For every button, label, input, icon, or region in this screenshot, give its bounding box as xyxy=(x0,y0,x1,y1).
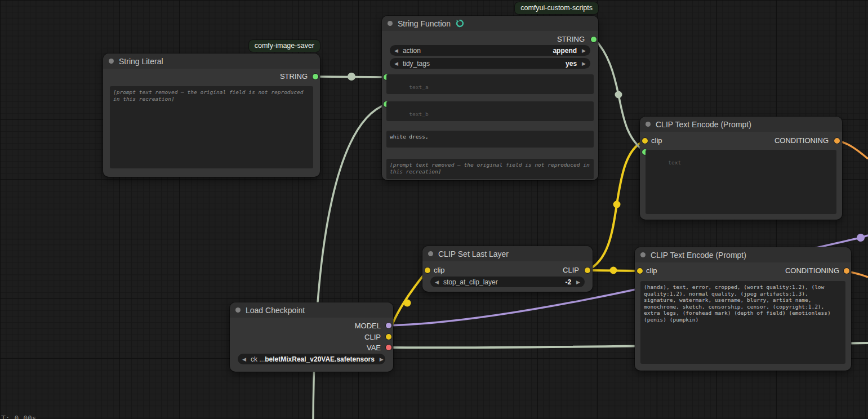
widget-name: action xyxy=(403,47,421,55)
widget-stop-at-clip-layer[interactable]: ◀ stop_at_clip_layer -2 ▶ xyxy=(430,277,585,287)
text-field[interactable]: text xyxy=(646,150,836,214)
output-label-string: STRING xyxy=(557,35,585,43)
negative-prompt-field[interactable]: (hands), text, error, cropped, (worst qu… xyxy=(640,281,845,364)
node-title-bar[interactable]: CLIP Text Encode (Prompt) xyxy=(640,117,842,132)
widget-decrement-icon[interactable]: ◀ xyxy=(242,356,246,362)
node-title: CLIP Text Encode (Prompt) xyxy=(651,251,746,260)
input-label-clip: clip xyxy=(646,266,657,275)
input-slot-clip[interactable] xyxy=(642,138,648,144)
reroute-dot-clip-3[interactable] xyxy=(613,201,621,208)
node-title-bar[interactable]: Load Checkpoint xyxy=(230,302,393,318)
render-time-stats: T: 0.00s xyxy=(1,414,37,419)
node-clip-text-encode-positive[interactable]: CLIP Text Encode (Prompt) clip CONDITION… xyxy=(640,117,842,220)
text-b-placeholder: text_b xyxy=(409,111,428,117)
reroute-dot-string-2[interactable] xyxy=(615,91,622,99)
reroute-dot-clip-2[interactable] xyxy=(610,267,617,274)
node-title-bar[interactable]: String Function xyxy=(382,16,598,31)
output-label-model: MODEL xyxy=(355,322,381,330)
node-title: CLIP Text Encode (Prompt) xyxy=(656,120,751,129)
widget-increment-icon[interactable]: ▶ xyxy=(576,279,580,285)
output-label-conditioning: CONDITIONING xyxy=(785,266,839,275)
node-title: CLIP Set Last Layer xyxy=(438,249,509,258)
node-title: Load Checkpoint xyxy=(246,306,305,315)
widget-decrement-icon[interactable]: ◀ xyxy=(394,61,398,66)
output-label-string: STRING xyxy=(280,72,308,81)
wire-string-to-text-b xyxy=(313,104,386,419)
reroute-dot-clip-1[interactable] xyxy=(404,300,411,307)
widget-value: beletMixReal_v20VAE.safetensors xyxy=(265,355,375,363)
node-load-checkpoint[interactable]: Load Checkpoint MODEL CLIP VAE ◀ ck ... … xyxy=(230,302,393,372)
output-slot-string[interactable] xyxy=(591,37,597,42)
input-label-clip: clip xyxy=(651,136,662,145)
output-slot-string[interactable] xyxy=(313,74,318,79)
widget-name: ck ... xyxy=(251,355,265,363)
node-clip-text-encode-negative[interactable]: CLIP Text Encode (Prompt) clip CONDITION… xyxy=(635,247,851,371)
widget-ckpt-name[interactable]: ◀ ck ... beletMixReal_v20VAE.safetensors… xyxy=(238,354,385,364)
output-label-clip: CLIP xyxy=(563,266,579,274)
collapse-dot-icon[interactable] xyxy=(109,59,114,64)
node-clip-set-last-layer[interactable]: CLIP Set Last Layer clip CLIP ◀ stop_at_… xyxy=(422,246,593,292)
output-slot-clip[interactable] xyxy=(386,334,391,340)
widget-name: stop_at_clip_layer xyxy=(443,278,498,286)
collapse-dot-icon[interactable] xyxy=(388,21,393,26)
node-string-function[interactable]: String Function STRING ◀ action append ▶… xyxy=(382,16,598,180)
text-c-field[interactable]: white dress, xyxy=(386,131,594,148)
text-a-field[interactable]: text_a xyxy=(386,74,594,94)
text-placeholder: text xyxy=(668,159,681,166)
node-title-bar[interactable]: CLIP Set Last Layer xyxy=(422,246,593,261)
widget-decrement-icon[interactable]: ◀ xyxy=(435,279,439,285)
node-graph-canvas[interactable]: comfy-image-saver comfyui-custom-scripts… xyxy=(0,0,868,419)
output-slot-conditioning[interactable] xyxy=(834,138,840,144)
widget-value: append xyxy=(553,47,577,55)
node-title: String Literal xyxy=(119,57,163,66)
widget-value: -2 xyxy=(565,278,571,286)
node-badge-image-saver: comfy-image-saver xyxy=(249,40,320,52)
node-badge-custom-scripts: comfyui-custom-scripts xyxy=(515,2,598,14)
widget-decrement-icon[interactable]: ◀ xyxy=(394,48,398,54)
input-slot-clip[interactable] xyxy=(425,268,430,273)
widget-name: tidy_tags xyxy=(403,60,430,68)
reroute-dot-model[interactable] xyxy=(857,234,865,242)
widget-action[interactable]: ◀ action append ▶ xyxy=(390,45,590,56)
widget-increment-icon[interactable]: ▶ xyxy=(582,48,586,54)
collapse-dot-icon[interactable] xyxy=(640,252,646,257)
output-label-vae: VAE xyxy=(367,344,381,352)
widget-value: yes xyxy=(566,60,577,68)
text-d-field[interactable]: [prompt text removed — the original fiel… xyxy=(386,159,594,179)
widget-increment-icon[interactable]: ▶ xyxy=(582,61,586,66)
text-a-placeholder: text_a xyxy=(409,84,428,90)
widget-increment-icon[interactable]: ▶ xyxy=(380,356,384,362)
output-label-conditioning: CONDITIONING xyxy=(774,136,829,145)
node-string-literal[interactable]: String Literal STRING [prompt text remov… xyxy=(103,54,320,177)
output-slot-clip[interactable] xyxy=(585,268,590,273)
output-slot-conditioning[interactable] xyxy=(844,268,849,274)
output-slot-vae[interactable] xyxy=(386,345,391,350)
output-slot-model[interactable] xyxy=(386,323,391,328)
node-title-bar[interactable]: String Literal xyxy=(103,54,320,69)
output-label-clip: CLIP xyxy=(364,333,381,341)
string-literal-text-field[interactable]: [prompt text removed — the original fiel… xyxy=(110,86,313,168)
custom-scripts-swirl-icon xyxy=(456,19,464,28)
collapse-dot-icon[interactable] xyxy=(428,251,433,256)
input-slot-clip[interactable] xyxy=(637,268,643,274)
collapse-dot-icon[interactable] xyxy=(646,122,651,127)
widget-tidy-tags[interactable]: ◀ tidy_tags yes ▶ xyxy=(390,58,590,69)
input-label-clip: clip xyxy=(434,266,445,274)
collapse-dot-icon[interactable] xyxy=(235,307,241,313)
node-title-bar[interactable]: CLIP Text Encode (Prompt) xyxy=(635,247,851,262)
reroute-dot-string-1[interactable] xyxy=(348,73,355,81)
text-b-field[interactable]: text_b xyxy=(386,101,594,121)
node-title: String Function xyxy=(398,19,451,28)
